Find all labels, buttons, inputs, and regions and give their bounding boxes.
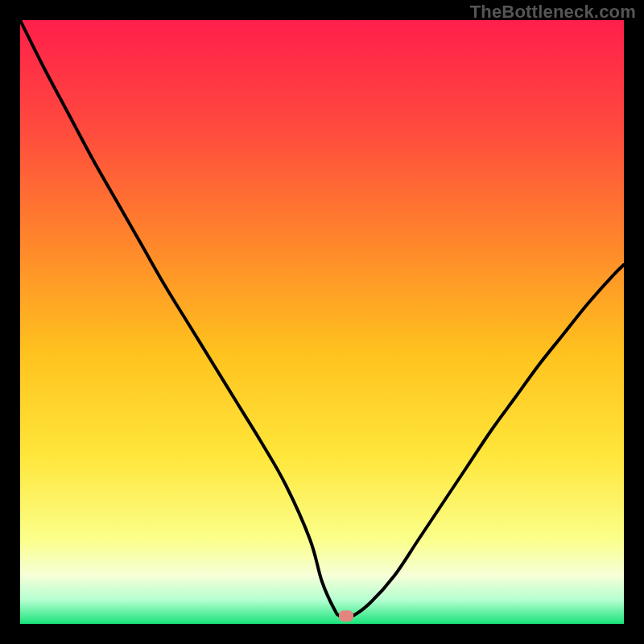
chart-frame: TheBottleneck.com	[0, 0, 644, 644]
plot-area	[20, 20, 624, 624]
optimum-marker	[339, 610, 353, 621]
chart-svg	[20, 20, 624, 624]
watermark-text: TheBottleneck.com	[470, 2, 636, 23]
gradient-background	[20, 20, 624, 624]
